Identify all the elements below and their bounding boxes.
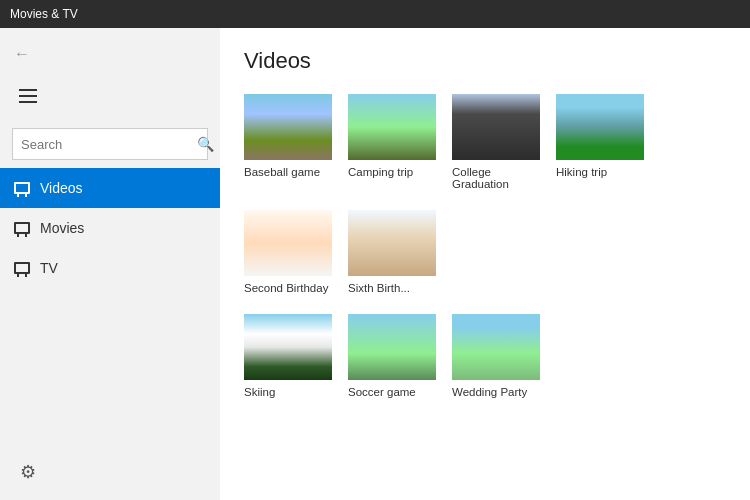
video-label-hiking-trip: Hiking trip — [556, 166, 644, 178]
video-item-skiing[interactable]: Skiing — [244, 314, 332, 398]
video-thumb-sixth-birthday — [348, 210, 436, 276]
video-item-baseball-game[interactable]: Baseball game — [244, 94, 332, 190]
tv-icon — [14, 260, 30, 276]
sidebar-bottom: ⚙ — [0, 444, 220, 500]
video-thumb-camping-trip — [348, 94, 436, 160]
sidebar: ← 🔍 Videos Movies — [0, 28, 220, 500]
title-bar: Movies & TV — [0, 0, 750, 28]
sidebar-item-movies[interactable]: Movies — [0, 208, 220, 248]
video-grid-row-2: Skiing Soccer game Wedding Party — [244, 314, 726, 418]
video-label-baseball-game: Baseball game — [244, 166, 332, 178]
video-label-soccer-game: Soccer game — [348, 386, 436, 398]
sidebar-item-label-tv: TV — [40, 260, 58, 276]
search-icon-button[interactable]: 🔍 — [197, 128, 214, 160]
video-grid-row-1: Baseball game Camping trip College Gradu… — [244, 94, 726, 314]
video-thumb-wedding-party — [452, 314, 540, 380]
gear-icon: ⚙ — [20, 461, 36, 483]
video-thumb-hiking-trip — [556, 94, 644, 160]
monitor-shape-movies — [14, 222, 30, 234]
video-label-college-graduation: College Graduation — [452, 166, 540, 190]
video-item-camping-trip[interactable]: Camping trip — [348, 94, 436, 190]
hamburger-line-2 — [19, 95, 37, 97]
app-layout: ← 🔍 Videos Movies — [0, 28, 750, 500]
video-thumb-baseball-game — [244, 94, 332, 160]
videos-icon — [14, 180, 30, 196]
movies-icon — [14, 220, 30, 236]
monitor-shape — [14, 182, 30, 194]
title-bar-text: Movies & TV — [10, 7, 78, 21]
video-item-hiking-trip[interactable]: Hiking trip — [556, 94, 644, 190]
main-content: Videos Baseball game Camping trip Colleg… — [220, 28, 750, 500]
video-item-wedding-party[interactable]: Wedding Party — [452, 314, 540, 398]
video-label-wedding-party: Wedding Party — [452, 386, 540, 398]
search-icon: 🔍 — [197, 136, 214, 152]
search-input[interactable] — [13, 137, 197, 152]
settings-button[interactable]: ⚙ — [12, 456, 44, 488]
video-label-sixth-birthday: Sixth Birth... — [348, 282, 436, 294]
sidebar-item-label-movies: Movies — [40, 220, 84, 236]
video-label-second-birthday: Second Birthday — [244, 282, 332, 294]
hamburger-line-1 — [19, 89, 37, 91]
video-item-sixth-birthday[interactable]: Sixth Birth... — [348, 210, 436, 294]
video-thumb-second-birthday — [244, 210, 332, 276]
video-label-camping-trip: Camping trip — [348, 166, 436, 178]
page-title: Videos — [244, 48, 726, 74]
video-label-skiing: Skiing — [244, 386, 332, 398]
sidebar-item-videos[interactable]: Videos — [0, 168, 220, 208]
hamburger-button[interactable] — [8, 76, 48, 116]
video-thumb-college-graduation — [452, 94, 540, 160]
back-button[interactable]: ← — [8, 40, 36, 68]
sidebar-item-tv[interactable]: TV — [0, 248, 220, 288]
sidebar-item-label-videos: Videos — [40, 180, 83, 196]
video-item-soccer-game[interactable]: Soccer game — [348, 314, 436, 398]
hamburger-line-3 — [19, 101, 37, 103]
search-container: 🔍 — [12, 128, 208, 160]
video-item-college-graduation[interactable]: College Graduation — [452, 94, 540, 190]
video-item-second-birthday[interactable]: Second Birthday — [244, 210, 332, 294]
monitor-shape-tv — [14, 262, 30, 274]
video-thumb-soccer-game — [348, 314, 436, 380]
video-thumb-skiing — [244, 314, 332, 380]
back-icon: ← — [14, 45, 30, 63]
